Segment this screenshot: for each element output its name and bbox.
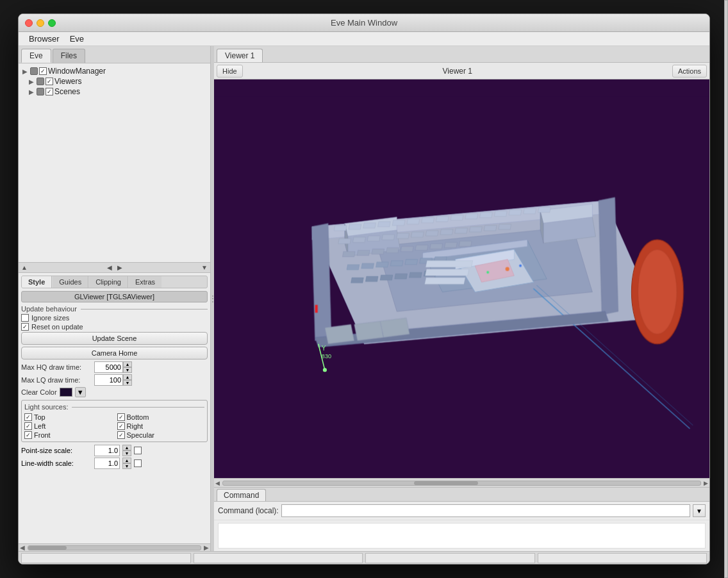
checkbox-top[interactable] xyxy=(24,413,32,421)
reset-on-update-label: Reset on update xyxy=(31,323,83,331)
hide-button[interactable]: Hide xyxy=(217,65,243,78)
svg-rect-27 xyxy=(338,238,351,244)
expand-icon: ▶ xyxy=(22,68,28,75)
minimize-button[interactable] xyxy=(37,19,44,27)
scrollbar-right-icon[interactable]: ▶ xyxy=(704,480,708,486)
max-lq-up-arrow[interactable]: ▲ xyxy=(123,374,132,380)
props-tab-clipping[interactable]: Clipping xyxy=(89,276,128,288)
checkbox-front[interactable] xyxy=(24,431,32,439)
svg-marker-72 xyxy=(599,197,618,315)
command-tab[interactable]: Command xyxy=(217,489,266,501)
menu-browser[interactable]: Browser xyxy=(24,33,65,45)
light-specular-label: Specular xyxy=(127,431,154,439)
checkbox-windowmanager[interactable] xyxy=(39,67,47,75)
tree-item-scenes[interactable]: ▶ Scenes xyxy=(21,87,208,97)
svg-rect-45 xyxy=(429,244,442,249)
max-lq-arrows: ▲ ▼ xyxy=(123,374,132,386)
line-width-label: Line-width scale: xyxy=(21,459,92,467)
checkbox-reset-on-update[interactable] xyxy=(21,323,29,331)
tree-label-viewers: Viewers xyxy=(54,77,81,86)
status-segment-2 xyxy=(194,553,363,563)
scrollbar-track[interactable] xyxy=(222,481,701,486)
max-lq-down-arrow[interactable]: ▼ xyxy=(123,380,132,386)
scroll-left-icon[interactable]: ◀ xyxy=(107,264,112,271)
checkbox-line-width[interactable] xyxy=(134,459,142,467)
actions-button[interactable]: Actions xyxy=(672,65,707,78)
command-dropdown-button[interactable]: ▼ xyxy=(693,504,706,517)
clear-color-dropdown[interactable]: ▼ xyxy=(75,387,86,397)
viewer-tab-1[interactable]: Viewer 1 xyxy=(217,49,263,62)
scrollbar-thumb[interactable] xyxy=(414,481,478,485)
svg-rect-35 xyxy=(454,228,467,233)
maximize-button[interactable] xyxy=(48,19,56,27)
point-size-down[interactable]: ▼ xyxy=(122,450,131,456)
main-content: Eve Files ▶ WindowManager ▶ Viewers xyxy=(19,46,709,551)
svg-rect-46 xyxy=(444,242,457,247)
scrollbar-left-icon[interactable]: ◀ xyxy=(215,480,220,486)
svg-rect-44 xyxy=(415,245,428,250)
menu-eve[interactable]: Eve xyxy=(65,33,89,45)
line-width-down[interactable]: ▼ xyxy=(122,463,131,469)
line-width-input[interactable] xyxy=(94,458,120,469)
tab-files[interactable]: Files xyxy=(53,49,85,63)
checkbox-ignore-sizes[interactable] xyxy=(21,314,29,322)
tab-eve[interactable]: Eve xyxy=(21,49,51,63)
max-hq-down-arrow[interactable]: ▼ xyxy=(123,367,132,373)
svg-rect-49 xyxy=(361,263,374,268)
left-tabs: Eve Files xyxy=(19,46,210,63)
scroll-right-icon[interactable]: ▶ xyxy=(117,264,122,271)
scroll-left-btn[interactable]: ◀ xyxy=(20,544,25,551)
viewport[interactable]: Y 830 xyxy=(214,79,709,478)
close-button[interactable] xyxy=(25,19,33,27)
tree-label-windowmanager: WindowManager xyxy=(48,67,106,76)
horizontal-scrollbar[interactable]: ◀ ▶ xyxy=(19,543,210,551)
svg-text:830: 830 xyxy=(322,353,331,359)
props-tab-style[interactable]: Style xyxy=(22,276,52,288)
camera-home-button[interactable]: Camera Home xyxy=(21,347,208,359)
light-section-divider xyxy=(72,407,204,408)
viewer-tabs: Viewer 1 xyxy=(214,46,709,63)
scroll-thumb[interactable] xyxy=(28,546,67,550)
tree-item-viewers[interactable]: ▶ Viewers xyxy=(21,76,208,87)
props-tab-extras[interactable]: Extras xyxy=(129,276,161,288)
update-scene-button[interactable]: Update Scene xyxy=(21,332,208,345)
checkbox-left[interactable] xyxy=(24,422,32,430)
scroll-right-btn[interactable]: ▶ xyxy=(204,544,209,551)
line-width-up[interactable]: ▲ xyxy=(122,458,131,463)
scroll-up-icon[interactable]: ▲ xyxy=(21,264,28,271)
update-behaviour-section: Update behaviour xyxy=(21,305,208,313)
svg-marker-76 xyxy=(380,318,410,338)
max-lq-input[interactable] xyxy=(94,374,123,386)
svg-rect-32 xyxy=(411,232,424,237)
point-size-up[interactable]: ▲ xyxy=(122,445,131,450)
light-front-label: Front xyxy=(34,431,51,439)
svg-rect-12 xyxy=(334,226,347,231)
checkbox-bottom[interactable] xyxy=(117,413,125,421)
checkbox-viewers[interactable] xyxy=(46,78,53,85)
scroll-track[interactable] xyxy=(28,545,201,550)
viewer-scrollbar[interactable]: ◀ ▶ xyxy=(214,478,709,487)
section-divider xyxy=(81,309,208,310)
checkbox-right[interactable] xyxy=(117,422,125,430)
max-hq-up-arrow[interactable]: ▲ xyxy=(123,361,132,367)
checkbox-scenes[interactable] xyxy=(46,88,53,95)
light-bottom: Bottom xyxy=(117,413,205,421)
light-front: Front xyxy=(24,431,112,439)
max-hq-input[interactable] xyxy=(94,361,123,373)
command-input[interactable] xyxy=(281,504,690,517)
svg-rect-23 xyxy=(494,211,507,216)
svg-rect-15 xyxy=(377,221,390,226)
svg-rect-29 xyxy=(367,236,380,241)
props-tab-guides[interactable]: Guides xyxy=(53,276,88,288)
checkbox-specular[interactable] xyxy=(117,431,125,439)
tree-item-windowmanager[interactable]: ▶ WindowManager xyxy=(21,66,208,76)
svg-point-80 xyxy=(519,265,522,267)
light-sources-section: Light sources: Top Bottom xyxy=(21,400,208,442)
point-size-input[interactable] xyxy=(94,445,120,456)
checkbox-point-size[interactable] xyxy=(134,447,142,454)
window-title: Eve Main Window xyxy=(331,18,397,28)
scroll-down-icon[interactable]: ▼ xyxy=(201,264,208,271)
line-width-row: Line-width scale: ▲ ▼ xyxy=(21,458,208,469)
clear-color-swatch[interactable] xyxy=(60,388,72,397)
left-panel: Eve Files ▶ WindowManager ▶ Viewers xyxy=(19,46,211,551)
